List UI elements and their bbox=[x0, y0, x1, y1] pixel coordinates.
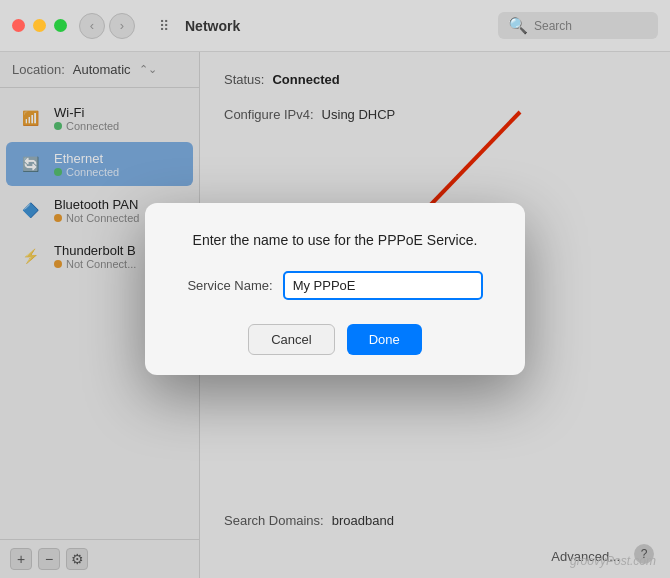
thunderbolt-info: Thunderbolt B Not Connect... bbox=[54, 243, 136, 270]
thunderbolt-status-dot bbox=[54, 260, 62, 268]
bluetooth-name: Bluetooth PAN bbox=[54, 197, 139, 212]
done-button[interactable]: Done bbox=[347, 324, 422, 355]
cancel-button[interactable]: Cancel bbox=[248, 324, 334, 355]
bluetooth-info: Bluetooth PAN Not Connected bbox=[54, 197, 139, 224]
advanced-button[interactable]: Advanced... bbox=[551, 549, 620, 564]
maximize-button[interactable] bbox=[54, 19, 67, 32]
title-bar: ‹ › ⠿ Network 🔍 bbox=[0, 0, 670, 52]
search-input[interactable] bbox=[534, 19, 648, 33]
search-domains-row: Search Domains: broadband bbox=[224, 513, 646, 528]
config-row: Configure IPv4: Using DHCP bbox=[224, 107, 646, 122]
wifi-name: Wi-Fi bbox=[54, 105, 119, 120]
service-name-input[interactable] bbox=[283, 271, 483, 300]
watermark: groovyPost.com bbox=[570, 554, 656, 568]
network-options-button[interactable]: ⚙ bbox=[66, 548, 88, 570]
wifi-status-dot bbox=[54, 122, 62, 130]
ethernet-status-dot bbox=[54, 168, 62, 176]
wifi-info: Wi-Fi Connected bbox=[54, 105, 119, 132]
dialog-input-row: Service Name: bbox=[173, 271, 497, 300]
thunderbolt-icon: ⚡ bbox=[16, 242, 44, 270]
window-title: Network bbox=[185, 18, 498, 34]
search-bar[interactable]: 🔍 bbox=[498, 12, 658, 39]
bluetooth-status: Not Connected bbox=[54, 212, 139, 224]
status-label: Status: bbox=[224, 72, 264, 87]
traffic-lights bbox=[12, 19, 67, 32]
minimize-button[interactable] bbox=[33, 19, 46, 32]
forward-button[interactable]: › bbox=[109, 13, 135, 39]
search-icon: 🔍 bbox=[508, 16, 528, 35]
sidebar-footer: + − ⚙ bbox=[0, 539, 199, 578]
sidebar-item-wifi[interactable]: 📶 Wi-Fi Connected bbox=[6, 96, 193, 140]
bluetooth-status-dot bbox=[54, 214, 62, 222]
ethernet-icon: 🔄 bbox=[16, 150, 44, 178]
ethernet-info: Ethernet Connected bbox=[54, 151, 119, 178]
bluetooth-icon: 🔷 bbox=[16, 196, 44, 224]
remove-network-button[interactable]: − bbox=[38, 548, 60, 570]
thunderbolt-status: Not Connect... bbox=[54, 258, 136, 270]
back-button[interactable]: ‹ bbox=[79, 13, 105, 39]
status-row: Status: Connected bbox=[224, 72, 646, 87]
dialog-message: Enter the name to use for the PPPoE Serv… bbox=[173, 231, 497, 251]
service-name-label: Service Name: bbox=[187, 278, 272, 293]
location-value: Automatic bbox=[73, 62, 131, 77]
search-domains-value: broadband bbox=[332, 513, 394, 528]
add-network-button[interactable]: + bbox=[10, 548, 32, 570]
dialog-overlay: Enter the name to use for the PPPoE Serv… bbox=[0, 0, 670, 578]
help-button[interactable]: ? bbox=[634, 544, 654, 564]
ethernet-name: Ethernet bbox=[54, 151, 119, 166]
wifi-status: Connected bbox=[54, 120, 119, 132]
sidebar-item-ethernet[interactable]: 🔄 Ethernet Connected bbox=[6, 142, 193, 186]
thunderbolt-name: Thunderbolt B bbox=[54, 243, 136, 258]
close-button[interactable] bbox=[12, 19, 25, 32]
location-bar: Location: Automatic ⌃⌄ bbox=[0, 52, 199, 88]
search-domains-label: Search Domains: bbox=[224, 513, 324, 528]
nav-buttons: ‹ › bbox=[79, 13, 135, 39]
config-value: Using DHCP bbox=[322, 107, 396, 122]
location-label: Location: bbox=[12, 62, 65, 77]
ethernet-status: Connected bbox=[54, 166, 119, 178]
status-value: Connected bbox=[272, 72, 339, 87]
config-label: Configure IPv4: bbox=[224, 107, 314, 122]
wifi-icon: 📶 bbox=[16, 104, 44, 132]
dialog: Enter the name to use for the PPPoE Serv… bbox=[145, 203, 525, 375]
grid-icon: ⠿ bbox=[151, 13, 177, 39]
dialog-buttons: Cancel Done bbox=[173, 324, 497, 355]
location-arrow: ⌃⌄ bbox=[139, 63, 157, 76]
